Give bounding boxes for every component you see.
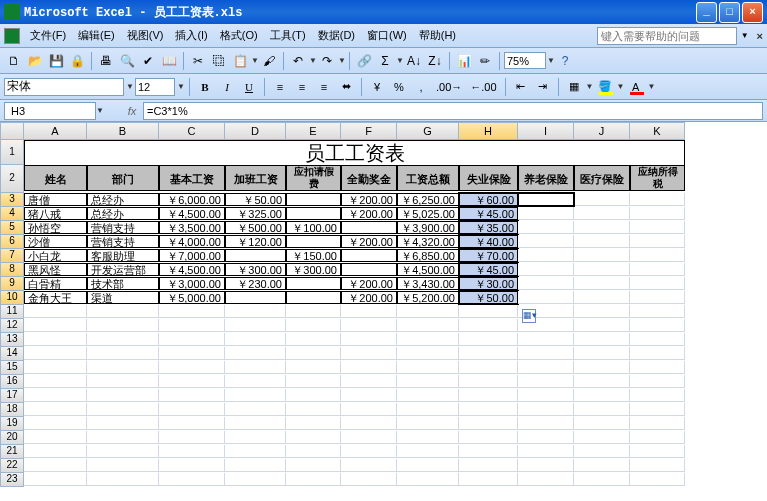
cell-C13[interactable]	[159, 333, 225, 346]
cell-E18[interactable]	[286, 403, 341, 416]
align-left-icon[interactable]: ≡	[270, 77, 290, 97]
row-header-20[interactable]: 20	[0, 431, 24, 445]
cell-C6[interactable]: ￥4,000.00	[159, 235, 225, 248]
cell-I4[interactable]	[518, 207, 574, 220]
sort-desc-icon[interactable]: Z↓	[425, 51, 445, 71]
redo-icon[interactable]: ↷	[317, 51, 337, 71]
borders-dropdown-icon[interactable]: ▼	[586, 82, 593, 91]
cell-B7[interactable]: 客服助理	[87, 249, 159, 262]
cell-K13[interactable]	[630, 333, 685, 346]
autosum-dropdown-icon[interactable]: ▼	[396, 56, 403, 65]
cell-D12[interactable]	[225, 319, 286, 332]
cell-C17[interactable]	[159, 389, 225, 402]
cell-C21[interactable]	[159, 445, 225, 458]
percent-icon[interactable]: %	[389, 77, 409, 97]
cell-J12[interactable]	[574, 319, 630, 332]
cell-H23[interactable]	[459, 473, 518, 486]
column-header-F[interactable]: F	[341, 122, 397, 140]
cell-G16[interactable]	[397, 375, 459, 388]
sort-asc-icon[interactable]: A↓	[404, 51, 424, 71]
paste-dropdown-icon[interactable]: ▼	[251, 56, 258, 65]
copy-icon[interactable]: ⿻	[209, 51, 229, 71]
cell-J20[interactable]	[574, 431, 630, 444]
cell-F17[interactable]	[341, 389, 397, 402]
cell-H20[interactable]	[459, 431, 518, 444]
maximize-button[interactable]: □	[719, 2, 740, 23]
cell-G3[interactable]: ￥6,250.00	[397, 193, 459, 206]
cell-K7[interactable]	[630, 249, 685, 262]
cell-A9[interactable]: 白骨精	[24, 277, 87, 290]
cell-C18[interactable]	[159, 403, 225, 416]
cell-H15[interactable]	[459, 361, 518, 374]
row-header-9[interactable]: 9	[0, 277, 24, 291]
cell-J16[interactable]	[574, 375, 630, 388]
cell-I20[interactable]	[518, 431, 574, 444]
cell-G22[interactable]	[397, 459, 459, 472]
preview-icon[interactable]: 🔍	[117, 51, 137, 71]
row-header-10[interactable]: 10	[0, 291, 24, 305]
cell-H14[interactable]	[459, 347, 518, 360]
cell-H3[interactable]: ￥60.00	[459, 193, 518, 206]
merge-center-icon[interactable]: ⬌	[336, 77, 356, 97]
cell-A12[interactable]	[24, 319, 87, 332]
cell-A15[interactable]	[24, 361, 87, 374]
row-header-13[interactable]: 13	[0, 333, 24, 347]
column-header-J[interactable]: J	[574, 122, 630, 140]
increase-indent-icon[interactable]: ⇥	[533, 77, 553, 97]
cell-C3[interactable]: ￥6,000.00	[159, 193, 225, 206]
row-header-22[interactable]: 22	[0, 459, 24, 473]
cell-D16[interactable]	[225, 375, 286, 388]
cell-I16[interactable]	[518, 375, 574, 388]
header-cell[interactable]: 失业保险	[459, 165, 518, 191]
cell-A3[interactable]: 唐僧	[24, 193, 87, 206]
cell-G18[interactable]	[397, 403, 459, 416]
menu-format[interactable]: 格式(O)	[214, 26, 264, 45]
cell-D9[interactable]: ￥230.00	[225, 277, 286, 290]
cell-D5[interactable]: ￥500.00	[225, 221, 286, 234]
column-header-I[interactable]: I	[518, 122, 574, 140]
cell-G7[interactable]: ￥6,850.00	[397, 249, 459, 262]
cell-B4[interactable]: 总经办	[87, 207, 159, 220]
cell-J5[interactable]	[574, 221, 630, 234]
cell-E19[interactable]	[286, 417, 341, 430]
cell-J10[interactable]	[574, 291, 630, 304]
select-all-corner[interactable]	[0, 122, 24, 140]
cell-G13[interactable]	[397, 333, 459, 346]
cell-F15[interactable]	[341, 361, 397, 374]
row-header-11[interactable]: 11	[0, 305, 24, 319]
cell-H10[interactable]: ￥50.00	[459, 291, 518, 304]
cell-J21[interactable]	[574, 445, 630, 458]
cell-F23[interactable]	[341, 473, 397, 486]
header-cell[interactable]: 应扣请假费	[286, 165, 341, 191]
row-header-21[interactable]: 21	[0, 445, 24, 459]
cell-H21[interactable]	[459, 445, 518, 458]
cell-F6[interactable]: ￥200.00	[341, 235, 397, 248]
close-button[interactable]: ×	[742, 2, 763, 23]
column-header-B[interactable]: B	[87, 122, 159, 140]
cell-D19[interactable]	[225, 417, 286, 430]
cell-A5[interactable]: 孙悟空	[24, 221, 87, 234]
decrease-indent-icon[interactable]: ⇤	[511, 77, 531, 97]
cell-J13[interactable]	[574, 333, 630, 346]
autosum-icon[interactable]: Σ	[375, 51, 395, 71]
cell-I8[interactable]	[518, 263, 574, 276]
comma-icon[interactable]: ,	[411, 77, 431, 97]
cell-I13[interactable]	[518, 333, 574, 346]
doc-close-button[interactable]: ×	[757, 30, 763, 42]
cell-B3[interactable]: 总经办	[87, 193, 159, 206]
cell-K22[interactable]	[630, 459, 685, 472]
cell-B22[interactable]	[87, 459, 159, 472]
cell-F7[interactable]	[341, 249, 397, 262]
font-color-icon[interactable]: A	[626, 77, 646, 97]
open-icon[interactable]: 📂	[25, 51, 45, 71]
cell-G23[interactable]	[397, 473, 459, 486]
cell-E21[interactable]	[286, 445, 341, 458]
hyperlink-icon[interactable]: 🔗	[354, 51, 374, 71]
drawing-icon[interactable]: ✏	[475, 51, 495, 71]
cell-K15[interactable]	[630, 361, 685, 374]
help-icon[interactable]: ?	[555, 51, 575, 71]
cell-H11[interactable]	[459, 305, 518, 318]
cell-A14[interactable]	[24, 347, 87, 360]
menu-insert[interactable]: 插入(I)	[169, 26, 213, 45]
menu-file[interactable]: 文件(F)	[24, 26, 72, 45]
